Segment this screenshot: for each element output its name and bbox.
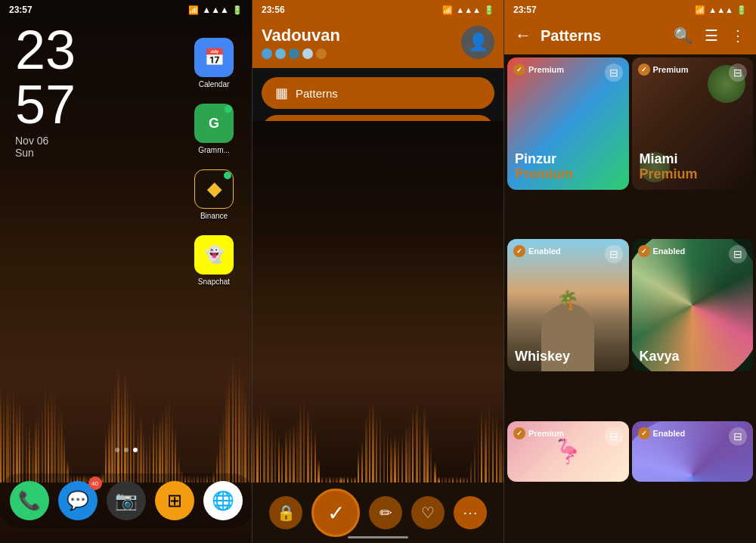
patterns-signal-icon: ▲▲▲	[708, 5, 733, 14]
patterns-menu-label: Patterns	[296, 87, 338, 100]
heart-button[interactable]: ♡	[411, 496, 445, 529]
dock-phone[interactable]: 📞	[10, 481, 49, 520]
patterns-panel: 23:57 📶 ▲▲▲ 🔋 ← Patterns 🔍 ☰ ⋮ ✓ Premium…	[504, 0, 756, 543]
theme-header: Vadouvan 👤	[253, 20, 503, 68]
theme-preview-wallpaper: (function() { const c = document.current…	[253, 121, 503, 482]
theme-signal-icon: ▲▲▲	[456, 5, 481, 14]
lock-button[interactable]: 🔒	[269, 496, 302, 529]
pinzur-badge-label: Premium	[528, 65, 564, 74]
binance-dot	[224, 172, 231, 179]
patterns-header: ← Patterns 🔍 ☰ ⋮	[504, 20, 756, 54]
theme-bottom-bar: 🔒 ✓ ✏ ♡ ⋯	[253, 482, 503, 543]
theme-preview-bg: (function() { const c = document.current…	[253, 121, 503, 482]
pattern-card-6[interactable]: ✓ Enabled ⊟	[632, 421, 754, 482]
patterns-header-left: ← Patterns	[515, 26, 601, 45]
menu-item-patterns[interactable]: ▦ Patterns	[262, 77, 494, 109]
messages-badge: 40	[88, 476, 102, 490]
home-clock: 23 57 Nov 06 Sun	[15, 23, 76, 159]
pattern6-options[interactable]: ⊟	[729, 427, 747, 445]
theme-app-panel: 23:56 📶 ▲▲▲ 🔋 Vadouvan 👤 ▦ Patterns �	[252, 0, 504, 543]
color-dot-4	[302, 48, 313, 59]
whiskey-badge-label: Enabled	[528, 247, 561, 256]
kavya-label: Kavya	[640, 349, 680, 365]
dock-gallery[interactable]: ⊞	[155, 481, 194, 520]
edit-button[interactable]: ✏	[369, 496, 402, 529]
dot-2	[124, 448, 129, 452]
pattern-card-whiskey[interactable]: 🌴 ✓ Enabled ⊟ Whiskey	[507, 239, 629, 371]
pattern6-badge: ✓ Enabled	[638, 427, 686, 439]
whiskey-badge: ✓ Enabled	[513, 245, 561, 257]
more-button[interactable]: ⋯	[454, 496, 487, 529]
whiskey-options[interactable]: ⊟	[605, 245, 623, 263]
home-status-icons: 📶 ▲▲▲ 🔋	[188, 5, 243, 15]
home-status-bar: 23:57 📶 ▲▲▲ 🔋	[0, 0, 252, 20]
pattern-card-pinzur[interactable]: ✓ Premium ⊟ Pinzur Premium	[507, 57, 629, 190]
search-button[interactable]: 🔍	[674, 26, 692, 45]
back-button[interactable]: ←	[515, 26, 531, 45]
miami-options[interactable]: ⊟	[729, 64, 747, 82]
miami-sub: Premium	[640, 167, 698, 182]
whiskey-check-icon: ✓	[513, 245, 525, 257]
patterns-status-bar: 23:57 📶 ▲▲▲ 🔋	[504, 0, 756, 20]
app-snapchat-label: Snapchat	[198, 278, 230, 286]
nav-line	[348, 536, 408, 538]
pattern5-badge: ✓ Premium	[513, 427, 564, 439]
pattern-card-miami[interactable]: ✓ Premium ⊟ Miami Premium	[632, 57, 754, 190]
color-dot-5	[316, 48, 327, 59]
home-app-grid: 📅 Calendar G Gramm... ◆ Binance 👻 Snapch…	[191, 38, 237, 286]
patterns-menu-icon: ▦	[275, 85, 288, 101]
pinzur-check-icon: ✓	[513, 64, 525, 76]
theme-status-icons: 📶 ▲▲▲ 🔋	[442, 5, 494, 15]
home-date: Nov 06 Sun	[15, 135, 76, 159]
theme-wave-lines: (function() { const c = document.current…	[253, 218, 503, 482]
theme-avatar[interactable]: 👤	[461, 26, 494, 59]
whiskey-name: Whiskey	[515, 349, 570, 365]
pattern-card-kavya[interactable]: ✓ Enabled ⊟ Kavya	[632, 239, 754, 371]
app-snapchat-icon: 👻	[194, 235, 234, 275]
miami-badge-label: Premium	[653, 65, 689, 74]
kavya-badge: ✓ Enabled	[638, 245, 686, 257]
pattern6-badge-label: Enabled	[653, 429, 686, 438]
kavya-badge-label: Enabled	[653, 247, 686, 256]
signal-icon: ▲▲▲	[202, 5, 229, 15]
dot-1	[115, 448, 119, 452]
filter-button[interactable]: ☰	[705, 26, 718, 45]
app-binance-icon: ◆	[194, 169, 234, 209]
dock-camera[interactable]: 📷	[107, 481, 146, 520]
app-snapchat[interactable]: 👻 Snapchat	[191, 235, 237, 286]
pattern5-badge-label: Premium	[528, 429, 564, 438]
pattern5-check-icon: ✓	[513, 427, 525, 439]
patterns-battery-icon: 🔋	[736, 5, 747, 15]
dot-3	[133, 448, 138, 452]
apply-button[interactable]: ✓	[311, 489, 360, 537]
home-time: 23:57	[9, 5, 33, 15]
app-binance-label: Binance	[200, 212, 228, 220]
kavya-check-icon: ✓	[638, 245, 650, 257]
pinzur-name: Pinzur	[515, 152, 573, 167]
app-binance[interactable]: ◆ Binance	[191, 169, 237, 220]
miami-check-icon: ✓	[638, 64, 650, 76]
whiskey-label: Whiskey	[515, 349, 570, 365]
pinzur-options[interactable]: ⊟	[605, 64, 623, 82]
theme-wifi-icon: 📶	[442, 5, 453, 15]
home-dock: 📞 💬 40 📷 ⊞ 🌐	[0, 473, 252, 528]
grammarly-dot	[225, 105, 232, 113]
app-grammarly[interactable]: G Gramm...	[191, 104, 237, 154]
more-options-button[interactable]: ⋮	[730, 26, 745, 45]
theme-info: Vadouvan	[262, 26, 340, 59]
theme-time: 23:56	[262, 5, 285, 15]
app-grammarly-icon: G	[194, 104, 234, 143]
home-screen-panel: // Generate wave lines via inline script…	[0, 0, 252, 543]
battery-icon: 🔋	[232, 5, 243, 15]
pattern-card-5[interactable]: 🦩 ✓ Premium ⊟	[507, 421, 629, 482]
pinzur-badge: ✓ Premium	[513, 64, 564, 76]
app-grammarly-label: Gramm...	[198, 146, 230, 154]
patterns-title: Patterns	[541, 27, 601, 45]
app-calendar[interactable]: 📅 Calendar	[191, 38, 237, 88]
dock-messages[interactable]: 💬 40	[58, 481, 98, 520]
patterns-grid: ✓ Premium ⊟ Pinzur Premium ✓ Premium ⊟ M…	[504, 54, 756, 531]
pattern5-options[interactable]: ⊟	[605, 427, 623, 445]
pinzur-sub: Premium	[515, 167, 573, 182]
miami-badge: ✓ Premium	[638, 64, 689, 76]
dock-chrome[interactable]: 🌐	[203, 481, 243, 520]
